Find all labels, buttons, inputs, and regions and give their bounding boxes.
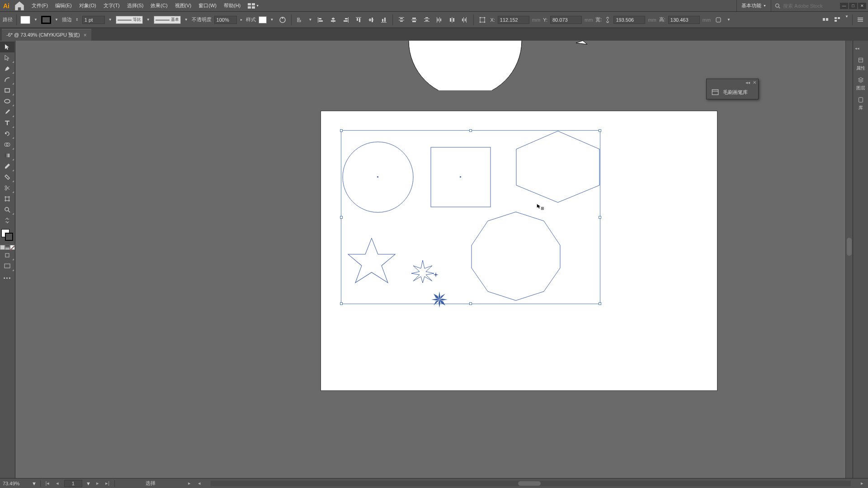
h-input[interactable] [668, 16, 700, 24]
pen-tool[interactable] [0, 63, 14, 74]
search-input[interactable] [783, 3, 833, 9]
libraries-panel-tab[interactable]: 库 [853, 94, 868, 114]
vertical-scrollbar[interactable] [845, 41, 853, 478]
type-tool[interactable] [0, 117, 14, 128]
home-button[interactable] [14, 1, 25, 10]
shape-hexagon[interactable] [515, 130, 600, 203]
shape-options-icon[interactable] [713, 15, 723, 25]
stroke-stepper[interactable]: ⇕ [75, 18, 80, 22]
link-wh-icon[interactable] [604, 15, 611, 25]
paintbrush-tool[interactable] [0, 107, 14, 117]
align-top-icon[interactable] [354, 15, 363, 25]
zoom-dropdown[interactable]: ▼ [32, 481, 37, 486]
gradient-tool[interactable] [0, 150, 14, 161]
eyedropper-tool[interactable] [0, 161, 14, 172]
transform-panel-icon[interactable] [477, 15, 487, 25]
distribute-hcenter-icon[interactable] [447, 15, 457, 25]
shape-decagon[interactable] [470, 211, 562, 301]
shape-star-tiny[interactable] [433, 272, 439, 277]
align-right-icon[interactable] [341, 15, 351, 25]
zoom-level[interactable]: 73.49% [3, 481, 28, 486]
menu-view[interactable]: 视图(V) [171, 0, 195, 11]
align-to-icon[interactable] [295, 15, 305, 25]
scrollbar-thumb[interactable] [847, 238, 852, 256]
distribute-bottom-icon[interactable] [422, 15, 432, 25]
rotate-tool[interactable] [0, 128, 14, 139]
shape-burst[interactable] [431, 291, 448, 308]
draw-mode-icon[interactable] [0, 250, 14, 261]
panel-collapse-icon[interactable]: ◂◂ [745, 80, 750, 85]
screen-mode-icon[interactable] [0, 261, 14, 272]
menu-effect[interactable]: 效果(C) [147, 0, 171, 11]
menu-window[interactable]: 窗口(W) [195, 0, 220, 11]
window-minimize[interactable]: — [840, 3, 848, 9]
artboard-tool[interactable] [0, 193, 14, 204]
x-input[interactable] [498, 16, 529, 24]
distribute-right-icon[interactable] [460, 15, 470, 25]
stroke-color-swatch[interactable] [5, 233, 13, 241]
opacity-input[interactable] [214, 16, 237, 24]
window-maximize[interactable]: □ [849, 3, 857, 9]
menu-file[interactable]: 文件(F) [28, 0, 52, 11]
horizontal-scrollbar[interactable] [211, 481, 851, 486]
brush-definition[interactable]: 基本 [154, 16, 181, 24]
stroke-dropdown[interactable]: ▼ [54, 18, 59, 22]
edit-similar-icon[interactable] [832, 14, 842, 24]
menu-help[interactable]: 帮助(H) [220, 0, 244, 11]
menu-edit[interactable]: 编辑(E) [52, 0, 75, 11]
properties-panel-tab[interactable]: 属性 [853, 54, 868, 74]
isolate-icon[interactable] [821, 14, 830, 24]
align-bottom-icon[interactable] [379, 15, 389, 25]
distribute-vcenter-icon[interactable] [409, 15, 419, 25]
graphic-style-swatch[interactable] [259, 16, 267, 23]
shape-builder-tool[interactable] [0, 139, 14, 150]
status-scroll-right-icon[interactable]: ▸ [859, 480, 865, 486]
shape-star6[interactable] [344, 237, 399, 294]
menu-object[interactable]: 对象(O) [75, 0, 100, 11]
align-vcenter-icon[interactable] [366, 15, 376, 25]
rectangle-tool[interactable] [0, 85, 14, 96]
canvas[interactable]: ⊞ ◂◂ ✕ 毛刷画笔库 [15, 41, 853, 478]
tab-close-icon[interactable]: × [84, 32, 87, 38]
direct-selection-tool[interactable] [0, 52, 14, 63]
fill-dropdown[interactable]: ▼ [33, 18, 38, 22]
fill-stroke-control[interactable] [0, 228, 15, 244]
y-input[interactable] [550, 16, 582, 24]
distribute-left-icon[interactable] [434, 15, 444, 25]
first-artboard-icon[interactable]: |◂ [44, 480, 51, 486]
more-options-icon[interactable] [855, 14, 865, 24]
panel-close-icon[interactable]: ✕ [753, 80, 756, 85]
workspace-switcher[interactable]: 基本功能 ▼ [736, 0, 771, 11]
shape-star-small[interactable] [411, 260, 434, 283]
prev-artboard-icon[interactable]: ◂ [54, 480, 61, 486]
zoom-tool[interactable] [0, 204, 14, 215]
shape-ellipse-top[interactable] [391, 41, 526, 90]
stroke-swatch[interactable] [41, 16, 51, 24]
last-artboard-icon[interactable]: ▸| [104, 480, 111, 486]
ellipse-tool[interactable] [0, 96, 14, 107]
layers-panel-tab[interactable]: 图层 [853, 74, 868, 94]
expand-panels-icon[interactable]: ◂◂ [853, 42, 868, 54]
eraser-tool[interactable] [0, 172, 14, 183]
align-hcenter-icon[interactable] [328, 15, 338, 25]
edit-toolbar-icon[interactable]: ••• [0, 275, 15, 281]
scissors-tool[interactable] [0, 183, 14, 193]
recolor-artwork-icon[interactable] [278, 15, 288, 25]
status-scroll-left-icon[interactable]: ◂ [196, 480, 203, 486]
w-input[interactable] [613, 16, 645, 24]
document-tab[interactable]: -6* @ 73.49% (CMYK/GPU 预览) × [2, 29, 91, 41]
curvature-tool[interactable] [0, 74, 14, 85]
menu-select[interactable]: 选择(S) [123, 0, 147, 11]
distribute-top-icon[interactable] [396, 15, 406, 25]
window-close[interactable]: ✕ [858, 3, 866, 9]
swap-fill-stroke-icon[interactable] [0, 215, 14, 226]
selection-tool[interactable] [0, 42, 14, 52]
menu-arrange[interactable]: ▼ [244, 0, 263, 11]
color-modes[interactable] [0, 245, 15, 250]
fill-swatch[interactable] [20, 16, 30, 24]
stroke-weight-input[interactable] [82, 16, 105, 24]
artboard-number[interactable]: 1 [64, 480, 82, 487]
next-artboard-icon[interactable]: ▸ [94, 480, 101, 486]
align-left-icon[interactable] [316, 15, 326, 25]
brush-library-panel[interactable]: ◂◂ ✕ 毛刷画笔库 [706, 79, 759, 99]
